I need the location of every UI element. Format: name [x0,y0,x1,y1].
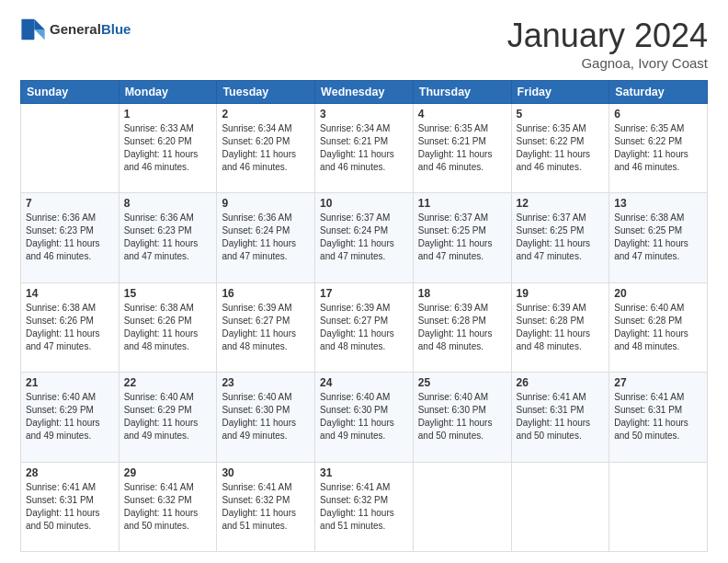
calendar-cell: 1Sunrise: 6:33 AM Sunset: 6:20 PM Daylig… [119,104,217,193]
calendar-cell: 10Sunrise: 6:37 AM Sunset: 6:24 PM Dayli… [315,193,414,282]
calendar-cell: 6Sunrise: 6:35 AM Sunset: 6:22 PM Daylig… [609,104,708,193]
title-block: January 2024 Gagnoa, Ivory Coast [507,17,708,71]
day-info: Sunrise: 6:37 AM Sunset: 6:25 PM Dayligh… [517,212,605,263]
weekday-friday: Friday [511,81,609,104]
calendar-cell: 9Sunrise: 6:36 AM Sunset: 6:24 PM Daylig… [217,193,315,282]
day-number: 28 [26,466,114,479]
calendar-cell: 21Sunrise: 6:40 AM Sunset: 6:29 PM Dayli… [21,373,119,462]
week-row-0: 1Sunrise: 6:33 AM Sunset: 6:20 PM Daylig… [21,104,708,193]
header: GeneralBlue January 2024 Gagnoa, Ivory C… [20,17,708,71]
day-number: 17 [320,287,408,300]
day-info: Sunrise: 6:35 AM Sunset: 6:21 PM Dayligh… [418,122,506,174]
day-number: 19 [517,287,605,300]
day-info: Sunrise: 6:40 AM Sunset: 6:30 PM Dayligh… [320,391,408,442]
weekday-monday: Monday [119,81,217,104]
page: GeneralBlue January 2024 Gagnoa, Ivory C… [0,0,728,563]
day-number: 31 [320,466,408,479]
logo-general: General [50,21,101,37]
day-number: 9 [222,197,310,210]
calendar-cell [413,462,511,551]
day-info: Sunrise: 6:39 AM Sunset: 6:27 PM Dayligh… [222,302,310,353]
calendar-cell: 30Sunrise: 6:41 AM Sunset: 6:32 PM Dayli… [217,462,315,551]
weekday-saturday: Saturday [609,81,708,104]
calendar-cell: 14Sunrise: 6:38 AM Sunset: 6:26 PM Dayli… [21,282,119,372]
calendar-cell: 22Sunrise: 6:40 AM Sunset: 6:29 PM Dayli… [119,373,217,462]
day-number: 23 [222,376,310,389]
calendar-cell: 24Sunrise: 6:40 AM Sunset: 6:30 PM Dayli… [315,373,414,462]
day-info: Sunrise: 6:35 AM Sunset: 6:22 PM Dayligh… [614,122,702,174]
week-row-3: 21Sunrise: 6:40 AM Sunset: 6:29 PM Dayli… [21,373,708,462]
day-info: Sunrise: 6:38 AM Sunset: 6:26 PM Dayligh… [124,302,212,353]
calendar-cell: 23Sunrise: 6:40 AM Sunset: 6:30 PM Dayli… [217,373,315,462]
day-number: 4 [418,108,506,121]
calendar-cell: 15Sunrise: 6:38 AM Sunset: 6:26 PM Dayli… [119,282,217,372]
day-number: 14 [26,287,114,300]
day-number: 11 [418,197,506,210]
day-info: Sunrise: 6:40 AM Sunset: 6:29 PM Dayligh… [26,391,114,442]
calendar-cell: 26Sunrise: 6:41 AM Sunset: 6:31 PM Dayli… [511,373,609,462]
day-info: Sunrise: 6:33 AM Sunset: 6:20 PM Dayligh… [124,122,212,174]
title-month: January 2024 [507,17,708,55]
svg-marker-1 [34,29,44,40]
calendar-cell: 5Sunrise: 6:35 AM Sunset: 6:22 PM Daylig… [511,104,609,193]
day-number: 27 [614,376,702,389]
calendar-cell: 25Sunrise: 6:40 AM Sunset: 6:30 PM Dayli… [413,373,511,462]
day-number: 18 [418,287,506,300]
day-info: Sunrise: 6:40 AM Sunset: 6:28 PM Dayligh… [614,302,702,353]
day-number: 24 [320,376,408,389]
calendar-table: Sunday Monday Tuesday Wednesday Thursday… [20,80,708,552]
calendar-cell [609,462,708,551]
day-info: Sunrise: 6:34 AM Sunset: 6:21 PM Dayligh… [320,122,408,174]
day-number: 13 [614,197,702,210]
day-info: Sunrise: 6:35 AM Sunset: 6:22 PM Dayligh… [517,122,605,174]
weekday-sunday: Sunday [21,81,119,104]
day-number: 30 [222,466,310,479]
day-number: 22 [124,376,212,389]
day-info: Sunrise: 6:34 AM Sunset: 6:20 PM Dayligh… [222,122,310,174]
logo-icon [20,17,46,42]
day-info: Sunrise: 6:36 AM Sunset: 6:24 PM Dayligh… [222,212,310,263]
weekday-tuesday: Tuesday [217,81,315,104]
day-number: 15 [124,287,212,300]
day-info: Sunrise: 6:37 AM Sunset: 6:24 PM Dayligh… [320,212,408,263]
day-number: 25 [418,376,506,389]
calendar-cell: 27Sunrise: 6:41 AM Sunset: 6:31 PM Dayli… [609,373,708,462]
day-info: Sunrise: 6:37 AM Sunset: 6:25 PM Dayligh… [418,212,506,263]
day-info: Sunrise: 6:41 AM Sunset: 6:32 PM Dayligh… [124,481,212,533]
week-row-2: 14Sunrise: 6:38 AM Sunset: 6:26 PM Dayli… [21,282,708,372]
calendar-cell: 19Sunrise: 6:39 AM Sunset: 6:28 PM Dayli… [511,282,609,372]
calendar-cell [21,104,119,193]
day-info: Sunrise: 6:41 AM Sunset: 6:31 PM Dayligh… [517,391,605,442]
week-row-1: 7Sunrise: 6:36 AM Sunset: 6:23 PM Daylig… [21,193,708,282]
calendar-cell: 11Sunrise: 6:37 AM Sunset: 6:25 PM Dayli… [413,193,511,282]
weekday-wednesday: Wednesday [315,81,414,104]
logo-blue: Blue [101,21,131,37]
week-row-4: 28Sunrise: 6:41 AM Sunset: 6:31 PM Dayli… [21,462,708,551]
calendar-cell: 2Sunrise: 6:34 AM Sunset: 6:20 PM Daylig… [217,104,315,193]
day-info: Sunrise: 6:41 AM Sunset: 6:32 PM Dayligh… [320,481,408,533]
svg-marker-0 [34,19,44,29]
day-number: 1 [124,108,212,121]
day-info: Sunrise: 6:40 AM Sunset: 6:30 PM Dayligh… [418,391,506,442]
day-number: 8 [124,197,212,210]
logo-text: GeneralBlue [50,21,131,38]
day-number: 3 [320,108,408,121]
day-number: 7 [26,197,114,210]
weekday-header-row: Sunday Monday Tuesday Wednesday Thursday… [21,81,708,104]
calendar-cell: 16Sunrise: 6:39 AM Sunset: 6:27 PM Dayli… [217,282,315,372]
day-number: 20 [614,287,702,300]
day-info: Sunrise: 6:38 AM Sunset: 6:26 PM Dayligh… [26,302,114,353]
calendar-cell: 3Sunrise: 6:34 AM Sunset: 6:21 PM Daylig… [315,104,414,193]
day-number: 5 [517,108,605,121]
calendar-cell: 12Sunrise: 6:37 AM Sunset: 6:25 PM Dayli… [511,193,609,282]
calendar-cell: 28Sunrise: 6:41 AM Sunset: 6:31 PM Dayli… [21,462,119,551]
title-location: Gagnoa, Ivory Coast [507,55,708,71]
day-info: Sunrise: 6:36 AM Sunset: 6:23 PM Dayligh… [26,212,114,263]
weekday-thursday: Thursday [413,81,511,104]
day-info: Sunrise: 6:40 AM Sunset: 6:30 PM Dayligh… [222,391,310,442]
day-number: 21 [26,376,114,389]
day-number: 12 [517,197,605,210]
calendar-cell: 20Sunrise: 6:40 AM Sunset: 6:28 PM Dayli… [609,282,708,372]
day-info: Sunrise: 6:39 AM Sunset: 6:28 PM Dayligh… [418,302,506,353]
calendar-cell: 31Sunrise: 6:41 AM Sunset: 6:32 PM Dayli… [315,462,414,551]
